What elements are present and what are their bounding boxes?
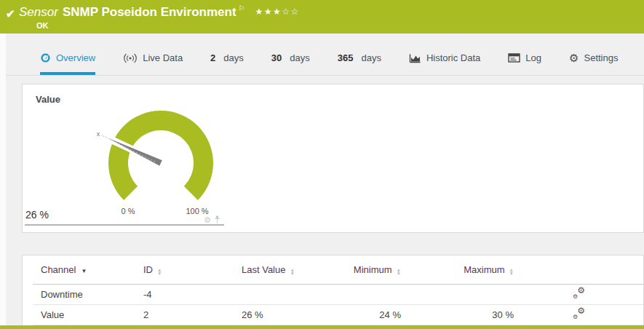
value-gauge-chart: x 0 % 100 %: [23, 84, 270, 230]
gauge-settings-gear-icon[interactable]: ⚙: [204, 216, 211, 224]
sort-desc-icon: ▼: [81, 268, 87, 274]
col-header-maximum[interactable]: Maximum▲▼: [401, 264, 514, 275]
gauge-baseline: [25, 224, 224, 226]
tab-30-days[interactable]: 30 days: [271, 44, 310, 75]
sensor-title: SNMP Poseidon Environment: [63, 5, 236, 20]
col-header-last-value-label: Last Value: [242, 264, 285, 275]
tab-365-days-number: 365: [338, 52, 354, 63]
cell-minimum: 24 %: [314, 309, 401, 320]
channel-settings-gears-icon[interactable]: ⚙⚙: [572, 288, 585, 299]
tab-365-days[interactable]: 365 days: [338, 44, 381, 75]
tab-365-days-unit: days: [361, 52, 381, 63]
tab-log-label: Log: [525, 52, 541, 63]
col-header-minimum-label: Minimum: [354, 264, 392, 275]
live-data-icon: [123, 53, 138, 63]
table-row-downtime: Downtime -4 ⚙⚙: [33, 285, 643, 305]
channels-table: Channel▼ ID▲▼ Last Value▲▼ Minimum▲▼ Max…: [33, 255, 643, 325]
status-badge: OK: [36, 21, 49, 30]
col-header-channel-label: Channel: [41, 264, 76, 275]
next-sensor-header-strip: [0, 325, 644, 329]
gauge-arc: [108, 111, 213, 200]
gauge-current-value: 26 %: [25, 209, 49, 221]
tab-30-days-unit: days: [290, 52, 309, 63]
gauge-min-label: 0 %: [122, 207, 135, 215]
tab-bar: Overview Live Data 2 days 30 days 365 da…: [0, 44, 644, 76]
left-edge-strip: [0, 33, 6, 329]
gauge-panel: Value x 0 % 100 % 26 % ⚙: [22, 84, 644, 233]
channel-settings-gears-icon[interactable]: ⚙⚙: [572, 308, 585, 320]
tab-settings-label: Settings: [584, 52, 619, 63]
cell-id: 2: [135, 309, 219, 320]
stars-filled[interactable]: ★★★: [255, 7, 282, 17]
sort-toggle-icon: ▲▼: [290, 268, 294, 275]
sensor-page: ✔ Sensor SNMP Poseidon Environment ⚐ ★★★…: [0, 0, 644, 329]
sensor-header: ✔ Sensor SNMP Poseidon Environment ⚐ ★★★…: [0, 0, 644, 33]
tab-historic-data-label: Historic Data: [426, 52, 480, 63]
sensor-kind-label: Sensor: [19, 5, 58, 20]
sort-toggle-icon: ▲▼: [157, 268, 162, 275]
table-row-value: Value 2 26 % 24 % 30 % ⚙⚙: [33, 305, 643, 325]
settings-gear-icon: ⚙: [569, 53, 579, 63]
tab-live-data-label: Live Data: [143, 52, 183, 63]
col-header-channel[interactable]: Channel▼: [33, 264, 135, 275]
cell-channel: Value: [33, 309, 135, 320]
tab-log[interactable]: Log: [508, 44, 541, 75]
tab-live-data[interactable]: Live Data: [123, 44, 183, 75]
historic-chart-icon: [409, 53, 421, 63]
col-header-maximum-label: Maximum: [464, 264, 504, 275]
gauge-pin-icon[interactable]: [214, 215, 220, 224]
tab-overview-label: Overview: [56, 52, 95, 63]
col-header-minimum[interactable]: Minimum▲▼: [314, 264, 401, 275]
gauge-icon: [40, 52, 51, 63]
col-header-id-label: ID: [143, 264, 153, 275]
priority-flag-icon: ⚐: [239, 5, 245, 12]
tab-30-days-number: 30: [271, 52, 282, 63]
col-header-last-value[interactable]: Last Value▲▼: [219, 264, 314, 275]
priority-stars[interactable]: ★★★☆☆: [255, 7, 300, 17]
tab-2-days-unit: days: [223, 52, 243, 63]
col-header-id[interactable]: ID▲▼: [135, 264, 219, 275]
log-icon: [508, 53, 520, 63]
gauge-needle-marker: x: [97, 130, 100, 138]
cell-channel: Downtime: [33, 289, 135, 300]
tab-settings[interactable]: ⚙ Settings: [569, 44, 618, 75]
channels-table-header: Channel▼ ID▲▼ Last Value▲▼ Minimum▲▼ Max…: [33, 255, 643, 285]
sort-toggle-icon: ▲▼: [509, 268, 514, 275]
cell-maximum: 30 %: [401, 309, 514, 320]
tab-overview[interactable]: Overview: [40, 44, 95, 75]
cell-id: -4: [135, 289, 219, 300]
tab-historic-data[interactable]: Historic Data: [409, 44, 480, 75]
tab-2-days-number: 2: [210, 52, 215, 63]
stars-empty[interactable]: ☆☆: [282, 7, 300, 17]
cell-last-value: 26 %: [219, 309, 314, 320]
channels-table-panel: Channel▼ ID▲▼ Last Value▲▼ Minimum▲▼ Max…: [22, 255, 644, 329]
gauge-max-label: 100 %: [186, 207, 208, 215]
status-ok-check-icon: ✔: [6, 7, 15, 20]
tab-2-days[interactable]: 2 days: [210, 44, 244, 75]
